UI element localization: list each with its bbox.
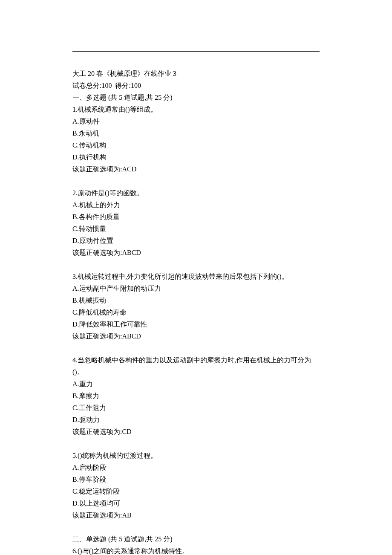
section2-block: 二、单选题 (共 5 道试题,共 25 分) 6.()与()之间的关系通常称为机… [72, 533, 320, 555]
option-d: D.以上选项均可 [72, 497, 320, 509]
question-stem: 1.机械系统通常由()等组成。 [72, 104, 320, 116]
option-a: A.启动阶段 [72, 462, 320, 474]
question-5: 5.()统称为机械的过渡过程。 A.启动阶段 B.停车阶段 C.稳定运转阶段 D… [72, 450, 320, 521]
option-a: A.运动副中产生附加的动压力 [72, 283, 320, 295]
option-c: C.降低机械的寿命 [72, 306, 320, 318]
option-d: D.执行机构 [72, 151, 320, 163]
document-page: 大工 20 春《机械原理》在线作业 3 试卷总分:100 得分:100 一、多选… [0, 0, 392, 555]
section2-heading: 二、单选题 (共 5 道试题,共 25 分) [72, 533, 320, 545]
option-a: A.重力 [72, 378, 320, 390]
option-c: C.传动机构 [72, 139, 320, 151]
option-b: B.永动机 [72, 127, 320, 139]
option-b: B.各构件的质量 [72, 211, 320, 223]
answer-line: 该题正确选项为:AB [72, 509, 320, 521]
question-3: 3.机械运转过程中,外力变化所引起的速度波动带来的后果包括下列的()。 A.运动… [72, 271, 320, 342]
question-stem: 6.()与()之间的关系通常称为机械特性。 [72, 545, 320, 555]
option-a: A.机械上的外力 [72, 199, 320, 211]
question-stem: 4.当忽略机械中各构件的重力以及运动副中的摩擦力时,作用在机械上的力可分为()。 [72, 354, 320, 378]
question-2: 2.原动件是()等的函数。 A.机械上的外力 B.各构件的质量 C.转动惯量 D… [72, 187, 320, 259]
option-b: B.摩擦力 [72, 390, 320, 402]
question-stem: 5.()统称为机械的过渡过程。 [72, 450, 320, 462]
header-rule [72, 51, 320, 52]
option-a: A.原动件 [72, 116, 320, 127]
question-stem: 2.原动件是()等的函数。 [72, 187, 320, 199]
header-block: 大工 20 春《机械原理》在线作业 3 试卷总分:100 得分:100 一、多选… [72, 68, 320, 104]
question-4: 4.当忽略机械中各构件的重力以及运动副中的摩擦力时,作用在机械上的力可分为()。… [72, 354, 320, 438]
question-1: 1.机械系统通常由()等组成。 A.原动件 B.永动机 C.传动机构 D.执行机… [72, 104, 320, 175]
option-c: C.工作阻力 [72, 402, 320, 414]
score-line: 试卷总分:100 得分:100 [72, 80, 320, 92]
section1-heading: 一、多选题 (共 5 道试题,共 25 分) [72, 92, 320, 104]
option-c: C.转动惯量 [72, 223, 320, 235]
answer-line: 该题正确选项为:ABCD [72, 330, 320, 342]
option-b: B.机械振动 [72, 295, 320, 306]
answer-line: 该题正确选项为:ABCD [72, 247, 320, 259]
option-c: C.稳定运转阶段 [72, 486, 320, 497]
document-title: 大工 20 春《机械原理》在线作业 3 [72, 68, 320, 80]
question-stem: 3.机械运转过程中,外力变化所引起的速度波动带来的后果包括下列的()。 [72, 271, 320, 283]
answer-line: 该题正确选项为:CD [72, 426, 320, 438]
answer-line: 该题正确选项为:ACD [72, 163, 320, 175]
option-b: B.停车阶段 [72, 474, 320, 486]
option-d: D.驱动力 [72, 414, 320, 426]
option-d: D.降低效率和工作可靠性 [72, 318, 320, 330]
option-d: D.原动件位置 [72, 235, 320, 247]
